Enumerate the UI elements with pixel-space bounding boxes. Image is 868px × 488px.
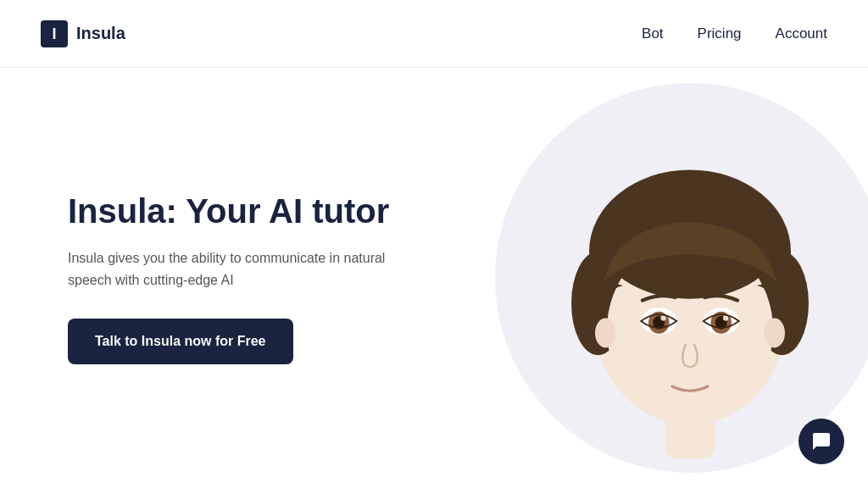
hero-description: Insula gives you the ability to communic… xyxy=(68,247,407,291)
svg-point-16 xyxy=(765,319,786,348)
nav-item-pricing[interactable]: Pricing xyxy=(698,25,742,42)
logo[interactable]: I Insula xyxy=(41,20,125,47)
logo-icon: I xyxy=(41,20,68,47)
header: I Insula Bot Pricing Account xyxy=(0,0,868,68)
svg-point-13 xyxy=(660,315,665,320)
cta-button[interactable]: Talk to Insula now for Free xyxy=(68,319,293,364)
nav-item-account[interactable]: Account xyxy=(776,25,827,42)
hero-section: Insula: Your AI tutor Insula gives you t… xyxy=(68,191,407,363)
logo-text: Insula xyxy=(76,24,125,43)
hero-title: Insula: Your AI tutor xyxy=(68,191,407,230)
chat-icon xyxy=(811,431,832,452)
chat-button[interactable] xyxy=(798,419,844,464)
svg-point-14 xyxy=(723,315,728,320)
main-nav: Bot Pricing Account xyxy=(642,25,827,42)
svg-point-15 xyxy=(595,319,616,348)
avatar-circle xyxy=(495,83,868,473)
nav-item-bot[interactable]: Bot xyxy=(642,25,664,42)
main-content: Insula: Your AI tutor Insula gives you t… xyxy=(0,68,868,488)
avatar-image xyxy=(529,125,851,473)
